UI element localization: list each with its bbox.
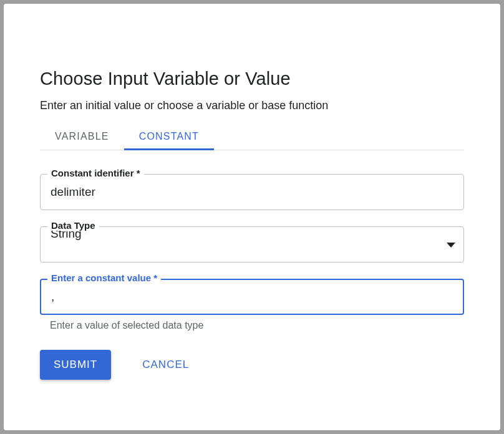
field-constant-identifier: Constant identifier * (40, 174, 464, 210)
data-type-select[interactable]: String (40, 226, 464, 263)
dialog-subtitle: Enter an initial value or choose a varia… (40, 99, 464, 112)
tab-variable[interactable]: VARIABLE (40, 125, 124, 150)
field-constant-value: Enter a constant value * Enter a value o… (40, 279, 464, 331)
tab-constant[interactable]: CONSTANT (124, 125, 214, 150)
dialog-title: Choose Input Variable or Value (40, 69, 464, 89)
cancel-button[interactable]: CANCEL (128, 350, 203, 380)
dialog-actions: SUBMIT CANCEL (40, 350, 464, 380)
constant-value-label: Enter a constant value * (47, 272, 161, 283)
constant-value-input[interactable] (40, 279, 464, 315)
field-data-type: Data Type String (40, 226, 464, 263)
constant-identifier-label: Constant identifier * (47, 168, 144, 178)
data-type-select-wrapper: String (40, 226, 464, 263)
constant-value-helper: Enter a value of selected data type (50, 320, 464, 331)
data-type-label: Data Type (47, 220, 99, 231)
constant-identifier-input[interactable] (40, 174, 464, 210)
dialog: Choose Input Variable or Value Enter an … (4, 4, 500, 430)
submit-button[interactable]: SUBMIT (40, 350, 111, 380)
tabs: VARIABLE CONSTANT (40, 125, 464, 150)
